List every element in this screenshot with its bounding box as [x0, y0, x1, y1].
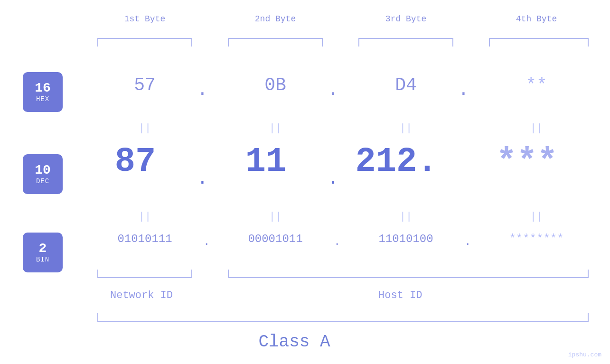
host-id-label: Host ID: [378, 289, 422, 301]
hex-badge-num: 16: [35, 81, 51, 96]
bin-dot1: .: [203, 235, 210, 248]
bracket-top-4: [489, 38, 589, 47]
bin-byte2: 00001011: [223, 233, 328, 245]
bracket-top-2: [228, 38, 323, 47]
eq-hex-dec-3: ||: [358, 122, 453, 134]
dec-dot1: .: [197, 168, 208, 189]
dec-dot2: .: [328, 168, 338, 189]
hex-byte2: 0B: [228, 75, 323, 95]
dec-badge-label: DEC: [36, 177, 49, 185]
col3-header: 3rd Byte: [358, 14, 453, 24]
hex-byte3: D4: [358, 75, 453, 95]
bracket-bot-1: [97, 270, 192, 278]
eq-dec-bin-1: ||: [97, 211, 192, 223]
col1-header: 1st Byte: [97, 14, 192, 24]
main-container: 16 HEX 10 DEC 2 BIN 1st Byte 2nd Byte 3r…: [0, 0, 610, 364]
bracket-top-1: [97, 38, 192, 47]
bin-badge-num: 2: [39, 242, 47, 256]
hex-dot3: .: [458, 80, 469, 100]
hex-badge-label: HEX: [36, 95, 49, 103]
dec-byte4: ***: [479, 142, 574, 181]
bin-badge-label: BIN: [36, 256, 49, 263]
dec-byte3: 212.: [349, 142, 444, 181]
hex-byte4: **: [489, 75, 584, 95]
dec-badge: 10 DEC: [23, 154, 63, 194]
hex-byte1: 57: [97, 75, 192, 95]
bracket-top-3: [358, 38, 453, 47]
bracket-bot-2: [228, 270, 589, 278]
bin-byte1: 01010111: [93, 233, 197, 245]
eq-hex-dec-2: ||: [228, 122, 323, 134]
eq-dec-bin-3: ||: [358, 211, 453, 223]
eq-dec-bin-4: ||: [489, 211, 584, 223]
bin-dot3: .: [464, 235, 471, 248]
hex-dot1: .: [197, 80, 208, 100]
bracket-bottom-full: [97, 313, 589, 322]
dec-badge-num: 10: [35, 163, 51, 178]
col2-header: 2nd Byte: [228, 14, 323, 24]
bin-badge: 2 BIN: [23, 233, 63, 272]
dec-byte1: 87: [88, 142, 183, 181]
hex-dot2: .: [328, 80, 338, 100]
bin-dot2: .: [334, 235, 340, 248]
hex-badge: 16 HEX: [23, 72, 63, 112]
bin-byte4: ********: [484, 233, 589, 245]
watermark: ipshu.com: [568, 351, 601, 358]
col4-header: 4th Byte: [489, 14, 584, 24]
network-id-label: Network ID: [110, 289, 173, 301]
dec-byte2: 11: [218, 142, 313, 181]
bin-byte3: 11010100: [354, 233, 458, 245]
eq-dec-bin-2: ||: [228, 211, 323, 223]
eq-hex-dec-4: ||: [489, 122, 584, 134]
class-label: Class A: [0, 332, 589, 352]
eq-hex-dec-1: ||: [97, 122, 192, 134]
